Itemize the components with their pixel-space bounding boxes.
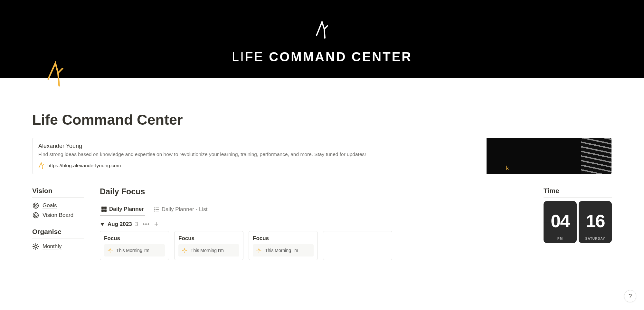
svg-point-35	[258, 249, 260, 251]
list-icon	[154, 207, 159, 212]
banner-content: LIFE COMMAND CENTER	[0, 19, 644, 64]
clock-day: SATURDAY	[585, 237, 605, 240]
svg-rect-24	[156, 211, 159, 211]
svg-point-5	[35, 215, 36, 216]
time-column: Time 04 PM 16 SATURDAY	[544, 187, 612, 260]
logo-mark-icon	[314, 37, 330, 42]
svg-rect-22	[156, 209, 159, 210]
card-property: This Morning I'm	[104, 244, 165, 257]
page-content: Life Command Center Alexander Young Find…	[0, 111, 644, 273]
add-icon[interactable]: +	[154, 221, 158, 228]
svg-point-30	[184, 249, 185, 251]
target-icon	[32, 202, 39, 209]
svg-rect-17	[101, 209, 104, 212]
main-columns: Vision Goals Vision Board Organise	[32, 187, 612, 260]
sun-icon	[107, 247, 113, 253]
toggle-icon[interactable]	[100, 223, 104, 226]
bookmark-description: Find strong ideas based on knowledge and…	[38, 151, 481, 157]
bookmark-card[interactable]: Alexander Young Find strong ideas based …	[32, 138, 612, 174]
tab-label: Daily Planner	[109, 206, 144, 212]
card-property: This Morning I'm	[253, 244, 314, 257]
card-property-label: This Morning I'm	[191, 248, 224, 253]
tab-daily-planner[interactable]: Daily Planner	[100, 203, 145, 216]
target-icon	[32, 212, 39, 219]
card-title: Focus	[104, 235, 165, 242]
board-card[interactable]: Focus This Morning I'm	[249, 231, 318, 260]
bookmark-title: Alexander Young	[38, 143, 481, 150]
group-label[interactable]: Aug 2023	[108, 221, 132, 228]
svg-point-25	[109, 249, 111, 251]
vision-heading: Vision	[32, 187, 84, 195]
main-column: Daily Focus Daily Planner Daily Planner …	[100, 187, 527, 260]
organise-heading: Organise	[32, 228, 84, 236]
bookmark-text: Alexander Young Find strong ideas based …	[33, 138, 487, 174]
board-card-empty[interactable]	[323, 231, 392, 260]
svg-point-2	[35, 205, 36, 206]
board-card[interactable]: Focus This Morning I'm	[174, 231, 243, 260]
svg-rect-16	[104, 207, 107, 209]
divider	[32, 238, 84, 238]
daily-focus-heading: Daily Focus	[100, 187, 527, 196]
board-icon	[101, 206, 107, 212]
sun-icon	[32, 243, 39, 250]
sidebar-item-label: Vision Board	[43, 212, 73, 218]
sidebar-item-label: Goals	[43, 202, 57, 209]
tab-label: Daily Planner - List	[162, 206, 208, 213]
sidebar-item-vision-board[interactable]: Vision Board	[32, 210, 84, 220]
sidebar-item-monthly[interactable]: Monthly	[32, 242, 84, 251]
svg-point-21	[154, 209, 155, 210]
divider	[32, 133, 612, 133]
svg-point-23	[154, 210, 155, 211]
view-tabs: Daily Planner Daily Planner - List	[100, 203, 527, 216]
clock-hour: 04 PM	[544, 201, 577, 243]
clock-ampm: PM	[557, 237, 563, 240]
sidebar-column: Vision Goals Vision Board Organise	[32, 187, 84, 260]
svg-rect-18	[104, 209, 107, 212]
group-header: Aug 2023 3 ••• +	[100, 216, 527, 231]
svg-line-11	[33, 244, 34, 245]
clock-minute: 16 SATURDAY	[579, 201, 612, 243]
sun-icon	[182, 247, 187, 253]
cover-banner: LIFE COMMAND CENTER	[0, 0, 644, 78]
banner-title-bold: COMMAND CENTER	[269, 50, 412, 64]
card-title: Focus	[253, 235, 314, 242]
page-icon[interactable]	[45, 61, 66, 87]
bookmark-url: https://blog.alexanderfyoung.com	[47, 163, 121, 169]
page-title[interactable]: Life Command Center	[32, 111, 612, 128]
svg-line-13	[33, 248, 34, 249]
more-icon[interactable]: •••	[141, 221, 151, 227]
svg-point-6	[34, 245, 37, 247]
sun-icon	[256, 247, 262, 253]
banner-title: LIFE COMMAND CENTER	[0, 50, 644, 64]
bookmark-favicon-icon	[38, 162, 44, 169]
card-property-label: This Morning I'm	[265, 248, 298, 253]
tab-daily-planner-list[interactable]: Daily Planner - List	[152, 204, 209, 216]
clock-hour-value: 04	[551, 210, 569, 231]
banner-title-light: LIFE	[232, 50, 269, 64]
card-property-label: This Morning I'm	[116, 248, 149, 253]
sidebar-item-goals[interactable]: Goals	[32, 201, 84, 210]
group-count: 3	[135, 221, 138, 228]
svg-rect-15	[101, 207, 104, 209]
board-cards: Focus This Morning I'm Focus This	[100, 231, 527, 260]
board-card[interactable]: Focus This Morning I'm	[100, 231, 169, 260]
flip-clock: 04 PM 16 SATURDAY	[544, 201, 612, 243]
clock-minute-value: 16	[586, 210, 604, 231]
sidebar-item-label: Monthly	[43, 243, 62, 250]
card-property: This Morning I'm	[178, 244, 239, 257]
time-heading: Time	[544, 187, 612, 195]
svg-line-12	[37, 248, 38, 249]
divider	[32, 197, 84, 198]
bookmark-preview-image: k	[487, 138, 611, 174]
svg-point-19	[154, 207, 155, 208]
card-title: Focus	[178, 235, 239, 242]
svg-line-14	[37, 244, 38, 245]
divider	[544, 197, 612, 198]
svg-rect-20	[156, 208, 159, 208]
